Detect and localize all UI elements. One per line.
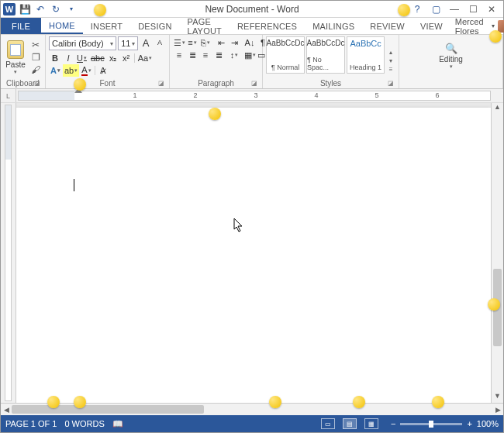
- web-layout-icon[interactable]: ▦: [364, 418, 378, 429]
- format-painter-icon[interactable]: 🖌: [29, 64, 42, 75]
- scroll-left-icon[interactable]: ◀: [1, 406, 12, 414]
- minimize-icon[interactable]: —: [447, 3, 461, 15]
- tab-design[interactable]: DESIGN: [130, 18, 179, 34]
- tab-references[interactable]: REFERENCES: [230, 18, 305, 34]
- avatar: [498, 20, 504, 33]
- status-words[interactable]: 0 WORDS: [64, 419, 104, 428]
- strike-button[interactable]: abc: [89, 52, 106, 64]
- close-icon[interactable]: ✕: [485, 3, 499, 15]
- copy-icon[interactable]: ❐: [29, 52, 42, 63]
- paragraph-group-label: Paragraph: [198, 79, 234, 88]
- styles-group-label: Styles: [320, 79, 341, 88]
- account-name: Merced Flores: [455, 17, 488, 36]
- help-icon[interactable]: ?: [410, 3, 424, 15]
- tab-home[interactable]: HOME: [41, 18, 83, 34]
- justify-button[interactable]: ≣: [212, 49, 225, 61]
- undo-icon[interactable]: ↶: [34, 3, 47, 15]
- sort-button[interactable]: A↓: [243, 36, 256, 49]
- line-spacing-button[interactable]: ↕▾: [228, 49, 240, 61]
- decrease-indent-button[interactable]: ⇤: [215, 36, 227, 49]
- paste-button[interactable]: Paste ▾: [4, 36, 27, 78]
- scroll-up-icon[interactable]: ▲: [492, 103, 503, 114]
- subscript-button[interactable]: x₂: [107, 52, 119, 64]
- font-color-button[interactable]: A▾: [80, 64, 92, 77]
- indent-marker-icon[interactable]: [74, 88, 82, 93]
- numbering-button[interactable]: ≡▾: [186, 36, 198, 49]
- font-size-combo[interactable]: 11▾: [118, 36, 138, 50]
- style-heading-1[interactable]: AaBbCc Heading 1: [347, 36, 385, 74]
- scroll-down-icon[interactable]: ▼: [492, 392, 503, 403]
- styles-row-up-icon[interactable]: ▴: [386, 49, 395, 57]
- read-mode-icon[interactable]: ▭: [321, 418, 335, 429]
- style-no-spacing[interactable]: AaBbCcDc ¶ No Spac...: [306, 36, 345, 74]
- tab-review[interactable]: REVIEW: [362, 18, 413, 34]
- horizontal-ruler[interactable]: 1 2 3 4 5 6: [18, 91, 491, 101]
- styles-more-icon[interactable]: ≡: [386, 66, 395, 74]
- account-menu[interactable]: Merced Flores ▾: [450, 18, 504, 34]
- proofing-icon[interactable]: 📖: [112, 419, 123, 429]
- tab-page-layout[interactable]: PAGE LAYOUT: [180, 18, 230, 34]
- ribbon-options-icon[interactable]: ▢: [429, 3, 443, 15]
- status-page[interactable]: PAGE 1 OF 1: [5, 419, 57, 428]
- zoom-out-icon[interactable]: −: [391, 419, 395, 428]
- tab-view[interactable]: VIEW: [413, 18, 450, 34]
- font-group-label: Font: [99, 79, 115, 88]
- clipboard-launcher-icon[interactable]: ◪: [34, 80, 40, 87]
- font-launcher-icon[interactable]: ◪: [158, 80, 164, 87]
- editing-chevron-icon: ▾: [450, 64, 453, 70]
- font-name-combo[interactable]: Calibri (Body)▾: [49, 36, 116, 50]
- chevron-down-icon: ▾: [110, 40, 113, 47]
- hscroll-thumb[interactable]: [12, 405, 204, 414]
- superscript-button[interactable]: x²: [120, 52, 133, 64]
- tab-selector[interactable]: L: [1, 89, 16, 102]
- qat-customize-icon[interactable]: ▾: [65, 3, 78, 15]
- align-center-button[interactable]: ≣: [186, 49, 198, 61]
- scroll-right-icon[interactable]: ▶: [492, 406, 503, 414]
- paragraph-launcher-icon[interactable]: ◪: [251, 80, 257, 87]
- account-chevron-icon: ▾: [492, 22, 495, 29]
- chevron-down-icon: ▾: [132, 40, 135, 47]
- zoom-knob[interactable]: [429, 421, 433, 428]
- bullets-button[interactable]: ☰▾: [173, 36, 185, 49]
- styles-launcher-icon[interactable]: ◪: [388, 80, 394, 87]
- horizontal-scrollbar[interactable]: ◀ ▶: [1, 403, 503, 415]
- bold-button[interactable]: B: [49, 52, 61, 64]
- tab-mailings[interactable]: MAILINGS: [305, 18, 362, 34]
- highlight-button[interactable]: ab▾: [63, 64, 79, 77]
- tab-insert[interactable]: INSERT: [83, 18, 130, 34]
- align-left-button[interactable]: ≡: [173, 49, 185, 61]
- redo-icon[interactable]: ↻: [50, 3, 62, 15]
- maximize-icon[interactable]: ☐: [466, 3, 480, 15]
- clipboard-icon: [7, 40, 24, 59]
- paste-label: Paste: [5, 60, 26, 69]
- vertical-ruler[interactable]: [1, 103, 16, 403]
- zoom-slider[interactable]: [400, 423, 462, 425]
- paste-chevron-icon[interactable]: ▾: [14, 69, 17, 75]
- change-case-button[interactable]: Aa▾: [136, 52, 154, 64]
- italic-button[interactable]: I: [62, 52, 74, 64]
- increase-indent-button[interactable]: ⇥: [228, 36, 240, 49]
- editing-button[interactable]: 🔍 Editing ▾: [402, 36, 499, 70]
- clear-formatting-button[interactable]: A̷: [97, 64, 109, 77]
- align-right-button[interactable]: ≡: [199, 49, 212, 61]
- shrink-font-button[interactable]: A: [154, 36, 166, 49]
- zoom-level[interactable]: 100%: [477, 419, 499, 428]
- cut-icon[interactable]: ✂: [29, 40, 42, 50]
- vertical-scrollbar[interactable]: ▲ ▼: [491, 103, 503, 403]
- scroll-thumb[interactable]: [493, 269, 502, 346]
- text-cursor: [74, 179, 74, 191]
- find-icon: 🔍: [444, 41, 458, 55]
- shading-button[interactable]: ▦▾: [243, 49, 256, 61]
- underline-button[interactable]: U▾: [75, 52, 88, 64]
- style-normal[interactable]: AaBbCcDc ¶ Normal: [266, 36, 305, 74]
- save-icon[interactable]: 💾: [19, 3, 31, 15]
- print-layout-icon[interactable]: ▤: [343, 418, 357, 429]
- document-page[interactable]: [16, 108, 491, 403]
- styles-row-down-icon[interactable]: ▾: [386, 57, 395, 65]
- tab-file[interactable]: FILE: [1, 18, 41, 34]
- text-effects-button[interactable]: A▾: [49, 64, 62, 77]
- multilevel-button[interactable]: ⎘▾: [199, 36, 212, 49]
- word-app-icon: W: [3, 3, 16, 15]
- grow-font-button[interactable]: A: [140, 36, 152, 49]
- zoom-in-icon[interactable]: +: [467, 419, 471, 428]
